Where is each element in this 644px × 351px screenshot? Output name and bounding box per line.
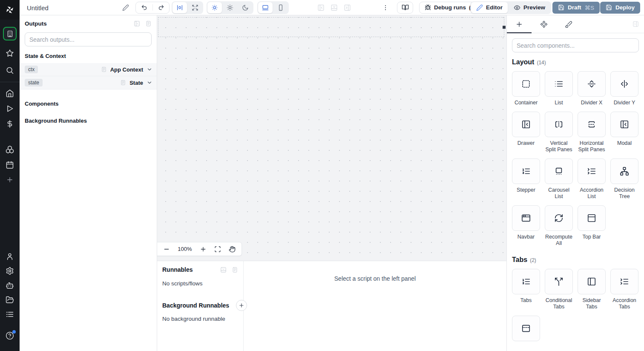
search-components-input[interactable] — [512, 38, 639, 52]
component-label: Carousel List — [545, 187, 573, 200]
collapse-panel-button[interactable] — [632, 21, 639, 27]
chevron-down-icon[interactable] — [147, 80, 152, 86]
doc-icon[interactable] — [232, 267, 238, 273]
component-card[interactable] — [512, 316, 540, 350]
panel-left-close-icon — [620, 120, 629, 129]
panel-bottom-close-icon[interactable] — [220, 267, 227, 273]
doc-icon[interactable] — [101, 66, 107, 72]
app-title: Untitled — [27, 4, 49, 11]
redo-button[interactable] — [152, 4, 169, 11]
zoom-in-button[interactable] — [200, 246, 207, 253]
panel-right-close-icon[interactable] — [344, 4, 351, 11]
doc-icon[interactable] — [145, 20, 152, 27]
component-card[interactable]: Accordion List — [578, 158, 606, 200]
plus-icon — [6, 176, 14, 184]
center-content-button[interactable] — [172, 2, 187, 13]
component-card[interactable]: Carousel List — [545, 158, 573, 200]
desktop-view-button[interactable] — [258, 2, 273, 13]
sidebar-item-help[interactable] — [0, 331, 20, 340]
pencil-icon — [122, 4, 129, 11]
component-card[interactable]: Divider Y — [610, 71, 638, 106]
zoom-out-button[interactable] — [163, 246, 170, 253]
search-outputs-input[interactable] — [25, 32, 152, 46]
sidebar-item-resources[interactable] — [0, 145, 20, 154]
minus-icon — [163, 246, 170, 253]
component-label: Stepper — [517, 187, 535, 193]
output-row[interactable]: ctx App Context — [20, 63, 157, 76]
rename-button[interactable] — [122, 4, 129, 11]
theme-auto-button[interactable] — [207, 2, 222, 13]
sidebar-item-workers[interactable] — [0, 281, 20, 290]
component-card[interactable]: Vertical Split Panes — [545, 112, 573, 153]
component-label: Sidebar Tabs — [578, 297, 606, 310]
fit-view-button[interactable] — [214, 246, 221, 253]
deploy-button[interactable]: Deploy — [600, 2, 640, 14]
sidebar-item-favorites[interactable] — [0, 49, 20, 58]
docs-button[interactable] — [397, 2, 413, 14]
sidebar-item-runs[interactable] — [0, 104, 20, 113]
more-menu-button[interactable] — [382, 4, 389, 11]
components-heading: Components — [25, 101, 152, 107]
component-card[interactable]: Top Bar — [578, 205, 606, 247]
sidebar-item-logs[interactable] — [0, 310, 20, 319]
chevron-down-icon[interactable] — [147, 66, 152, 72]
panel-left-close-icon[interactable] — [317, 4, 325, 11]
component-card[interactable]: Drawer — [512, 112, 540, 153]
canvas-drop-zone[interactable] — [158, 17, 504, 37]
output-key-badge: state — [25, 79, 43, 86]
component-card[interactable]: Sidebar Tabs — [578, 269, 606, 310]
sidebar-item-variables[interactable] — [0, 120, 20, 128]
undo-button[interactable] — [136, 4, 152, 11]
component-label: Navbar — [518, 234, 535, 240]
sidebar-item-user[interactable] — [0, 252, 20, 261]
sidebar-item-home[interactable] — [0, 89, 20, 98]
bug-icon — [425, 4, 431, 11]
calendar-icon — [6, 161, 14, 169]
component-card[interactable]: Horizontal Split Panes — [578, 112, 606, 153]
runnables-empty-text: No scripts/flows — [162, 280, 238, 287]
book-open-icon — [402, 4, 409, 11]
preview-tab[interactable]: Preview — [509, 2, 550, 13]
component-card[interactable]: Stepper — [512, 158, 540, 200]
component-card[interactable]: Container — [512, 71, 540, 106]
component-card[interactable]: Conditional Tabs — [545, 269, 573, 310]
tab-styling[interactable] — [556, 15, 581, 33]
sidebar-item-folders[interactable] — [0, 296, 20, 304]
editor-tab[interactable]: Editor — [471, 2, 508, 13]
sidebar-item-schedules[interactable] — [0, 161, 20, 169]
tab-insert-component[interactable] — [507, 15, 532, 33]
expand-canvas-button[interactable] — [188, 2, 202, 13]
background-runnables-title: Background Runnables — [162, 302, 229, 309]
component-card[interactable]: List — [545, 71, 573, 106]
draft-button[interactable]: Draft ⌘S — [552, 2, 600, 14]
output-row[interactable]: state State — [20, 76, 157, 89]
component-card[interactable]: Divider X — [578, 71, 606, 106]
component-card[interactable]: Navbar — [512, 205, 540, 247]
windmill-logo[interactable] — [0, 0, 20, 20]
theme-light-button[interactable] — [223, 2, 237, 13]
window-dashed-icon — [521, 324, 531, 333]
panel-bottom-close-icon[interactable] — [331, 4, 338, 11]
resize-handle[interactable] — [503, 26, 506, 29]
mobile-view-button[interactable] — [273, 2, 288, 13]
app-canvas[interactable]: 100% — [157, 15, 506, 261]
sidebar-item-add[interactable] — [0, 176, 20, 184]
panel-left-close-icon[interactable] — [134, 20, 140, 27]
pan-mode-button[interactable] — [229, 246, 236, 253]
sidebar-item-search[interactable] — [0, 66, 20, 75]
component-card[interactable]: Tabs — [512, 269, 540, 310]
component-card[interactable]: Recompute All — [545, 205, 573, 247]
component-label: Top Bar — [582, 234, 601, 240]
doc-icon[interactable] — [120, 80, 126, 86]
component-card[interactable]: Decision Tree — [610, 158, 638, 200]
component-label: Accordion Tabs — [610, 297, 638, 310]
list-ordered-icon — [521, 277, 531, 286]
component-card[interactable]: Accordion Tabs — [610, 269, 638, 310]
component-card[interactable]: Modal — [610, 112, 638, 153]
tab-component-settings[interactable] — [532, 15, 556, 33]
component-label: Horizontal Split Panes — [578, 140, 606, 153]
sidebar-item-apps[interactable] — [3, 27, 17, 40]
sidebar-item-settings[interactable] — [0, 267, 20, 275]
theme-dark-button[interactable] — [238, 2, 253, 13]
eye-icon — [514, 4, 520, 11]
